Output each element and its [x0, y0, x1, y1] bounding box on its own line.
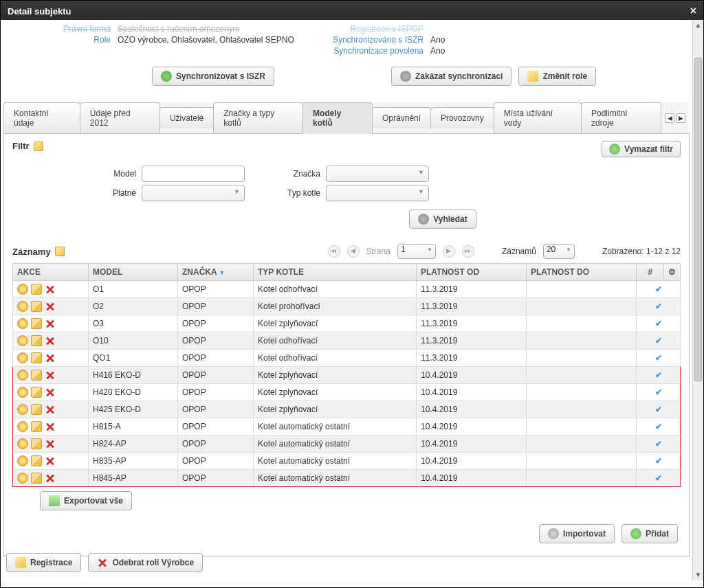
view-icon[interactable] — [17, 473, 28, 484]
col-model[interactable]: MODEL — [89, 264, 178, 281]
delete-icon[interactable] — [45, 352, 56, 363]
view-icon[interactable] — [17, 352, 28, 363]
block-sync-button[interactable]: Zakázat synchronizaci — [391, 67, 512, 86]
edit-icon[interactable] — [31, 370, 42, 381]
delete-icon[interactable] — [45, 404, 56, 415]
tab--daje-p-ed-2012[interactable]: Údaje před 2012 — [80, 102, 160, 133]
tab-scroll-left[interactable]: ◀ — [665, 113, 674, 123]
edit-icon[interactable] — [31, 404, 42, 415]
delete-icon[interactable] — [45, 335, 56, 346]
delete-icon[interactable] — [45, 438, 56, 449]
table-row[interactable]: QO1OPOPKotel odhořívací11.3.2019✔ — [13, 350, 681, 367]
scroll-thumb[interactable] — [694, 58, 702, 381]
edit-icon[interactable] — [31, 284, 42, 295]
platne-filter-select[interactable] — [142, 185, 245, 201]
page-last-button[interactable]: ⏭ — [462, 245, 474, 258]
tab-m-sta-u-v-n-vody[interactable]: Místa užívání vody — [494, 102, 582, 133]
pencil-icon[interactable] — [55, 247, 65, 256]
delete-icon[interactable] — [45, 387, 56, 398]
tab-podlimitn-zdroje[interactable]: Podlimitní zdroje — [581, 102, 661, 133]
col--[interactable]: # — [637, 264, 664, 281]
table-row[interactable]: H416 EKO-DOPOPKotel zplyňovací10.4.2019✔ — [13, 367, 681, 384]
view-icon[interactable] — [17, 284, 28, 295]
pagesize-select[interactable]: 20 — [543, 244, 575, 259]
clear-filter-button[interactable]: Vymazat filtr — [602, 141, 681, 157]
col-platnost-od[interactable]: PLATNOST OD — [417, 264, 527, 281]
add-button[interactable]: Přidat — [622, 524, 678, 543]
tab-opr-vn-n-[interactable]: Oprávnění — [372, 107, 431, 128]
edit-icon[interactable] — [31, 318, 42, 329]
view-icon[interactable] — [17, 318, 28, 329]
cell-znacka: OPOP — [178, 384, 254, 401]
pencil-icon[interactable] — [34, 142, 43, 151]
view-icon[interactable] — [17, 421, 28, 432]
view-icon[interactable] — [17, 455, 28, 466]
column-settings-icon[interactable]: ⚙ — [664, 264, 681, 281]
scroll-down-icon[interactable]: ▼ — [693, 569, 703, 580]
tab-scroll-right[interactable]: ▶ — [676, 113, 685, 123]
search-button[interactable]: Vyhledat — [409, 210, 476, 229]
page-next-button[interactable]: ▶ — [443, 245, 455, 258]
typ-filter-select[interactable] — [326, 185, 429, 201]
tab-u-ivatel-[interactable]: Uživatelé — [160, 107, 214, 128]
table-row[interactable]: H835-APOPOPKotel automatický ostatní10.4… — [13, 453, 681, 470]
page-select[interactable]: 1 — [397, 244, 436, 259]
znacka-filter-select[interactable] — [326, 166, 429, 182]
table-row[interactable]: H420 EKO-DOPOPKotel zplyňovací10.4.2019✔ — [13, 384, 681, 401]
import-button[interactable]: Importovat — [539, 524, 615, 543]
sync-iszr-button[interactable]: Synchronizovat s ISZR — [152, 67, 274, 86]
delete-icon[interactable] — [45, 301, 56, 312]
cell-model: H425 EKO-D — [89, 401, 178, 418]
tab-zna-ky-a-typy-kotl-[interactable]: Značky a typy kotlů — [213, 102, 303, 133]
close-icon[interactable]: × — [690, 5, 696, 17]
table-row[interactable]: H845-APOPOPKotel automatický ostatní10.4… — [13, 470, 681, 487]
view-icon[interactable] — [17, 404, 28, 415]
edit-icon[interactable] — [31, 301, 42, 312]
view-icon[interactable] — [17, 370, 28, 381]
model-filter-input[interactable] — [142, 166, 245, 182]
table-row[interactable]: O2OPOPKotel prohořívací11.3.2019✔ — [13, 298, 681, 315]
cell-do — [527, 453, 637, 470]
edit-icon[interactable] — [31, 438, 42, 449]
table-row[interactable]: H425 EKO-DOPOPKotel zplyňovací10.4.2019✔ — [13, 401, 681, 418]
cell-znacka: OPOP — [178, 418, 254, 436]
view-icon[interactable] — [17, 335, 28, 346]
view-icon[interactable] — [17, 438, 28, 449]
col-typ-kotle[interactable]: TYP KOTLE — [254, 264, 417, 281]
edit-icon[interactable] — [31, 473, 42, 484]
view-icon[interactable] — [17, 387, 28, 398]
delete-icon[interactable] — [45, 421, 56, 432]
delete-icon[interactable] — [45, 455, 56, 466]
cell-znacka: OPOP — [178, 281, 254, 298]
tab-kontaktn-daje[interactable]: Kontaktní údaje — [3, 102, 80, 133]
delete-icon[interactable] — [45, 318, 56, 329]
edit-icon[interactable] — [31, 421, 42, 432]
delete-icon[interactable] — [45, 284, 56, 295]
table-row[interactable]: H815-AOPOPKotel automatický ostatní10.4.… — [13, 418, 681, 436]
tab-modely-kotl-[interactable]: Modely kotlů — [302, 102, 373, 134]
registration-button[interactable]: Registrace — [6, 553, 81, 572]
page-first-button[interactable]: ⏮ — [328, 245, 340, 258]
col-platnost-do[interactable]: PLATNOST DO — [527, 264, 637, 281]
scroll-up-icon[interactable]: ▲ — [693, 20, 703, 31]
edit-icon[interactable] — [31, 387, 42, 398]
view-icon[interactable] — [17, 301, 28, 312]
tab-provozovny[interactable]: Provozovny — [430, 107, 494, 128]
table-row[interactable]: H824-APOPOPKotel automatický ostatní10.4… — [13, 436, 681, 453]
delete-icon[interactable] — [45, 473, 56, 484]
edit-icon[interactable] — [31, 352, 42, 363]
window-title: Detail subjektu — [8, 6, 71, 16]
delete-icon[interactable] — [45, 370, 56, 381]
change-roles-button[interactable]: Změnit role — [518, 67, 596, 86]
export-all-button[interactable]: Exportovat vše — [40, 491, 132, 510]
edit-icon[interactable] — [31, 455, 42, 466]
table-row[interactable]: O1OPOPKotel odhořívací11.3.2019✔ — [13, 281, 681, 298]
page-prev-button[interactable]: ◀ — [347, 245, 360, 258]
edit-icon[interactable] — [31, 335, 42, 346]
remove-role-button[interactable]: Odebrat roli Výrobce — [88, 553, 203, 572]
table-row[interactable]: O10OPOPKotel odhořívací11.3.2019✔ — [13, 332, 681, 350]
col-akce[interactable]: AKCE — [13, 264, 89, 281]
col-zna-ka[interactable]: ZNAČKA — [178, 264, 254, 281]
table-row[interactable]: O3OPOPKotel zplyňovací11.3.2019✔ — [13, 315, 681, 332]
vertical-scrollbar[interactable]: ▲ ▼ — [692, 20, 703, 580]
